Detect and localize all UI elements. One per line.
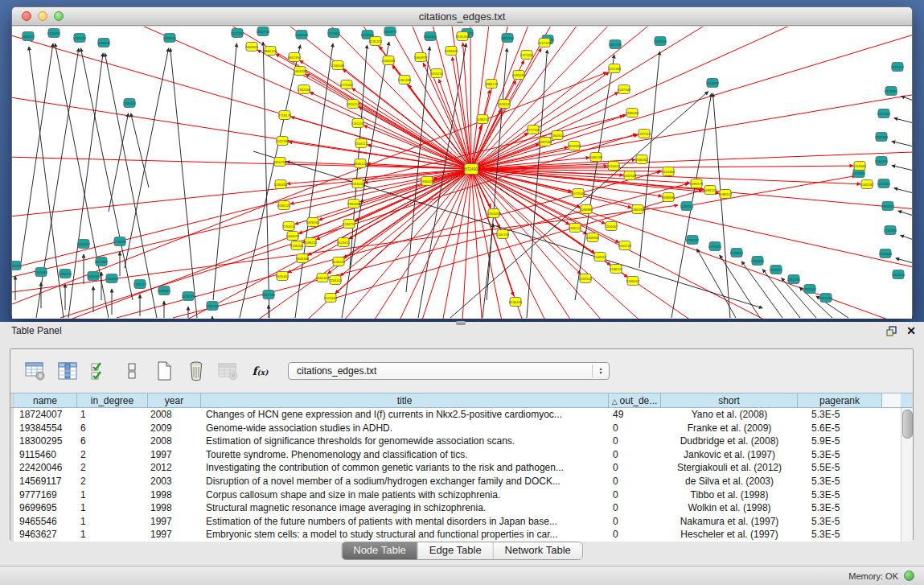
column-header-pagerank[interactable]: pagerank xyxy=(798,393,882,407)
minimize-window-button[interactable] xyxy=(38,11,47,21)
table-row[interactable]: 1938455462009Genome-wide association stu… xyxy=(10,422,913,435)
cell-short[interactable]: Stergiakouli et al. (2012) xyxy=(661,461,798,475)
cell-short[interactable]: Yano et al. (2008) xyxy=(661,408,798,422)
cell-out-de-[interactable]: 49 xyxy=(609,408,661,422)
cell-in-degree[interactable]: 1 xyxy=(77,501,148,515)
network-window-titlebar[interactable]: citations_edges.txt xyxy=(12,7,912,26)
table-row[interactable]: 2242004622012Investigating the contribut… xyxy=(10,461,913,475)
cell-in-degree[interactable]: 2 xyxy=(77,448,148,462)
cell-in-degree[interactable]: 6 xyxy=(77,435,148,448)
cell-in-degree[interactable]: 1 xyxy=(77,515,148,529)
cell-year[interactable]: 2008 xyxy=(148,408,201,422)
column-header-title[interactable]: title xyxy=(201,393,609,407)
table-selector-dropdown[interactable]: citations_edges.txt▴▾ xyxy=(288,362,610,380)
cell-title[interactable]: Estimation of the future numbers of pati… xyxy=(201,515,609,529)
table-row[interactable]: 911546021997Tourette syndrome. Phenomeno… xyxy=(10,448,913,462)
cell-short[interactable]: Hescheler et al. (1997) xyxy=(661,528,798,542)
cell-year[interactable]: 1997 xyxy=(148,528,201,542)
cell-short[interactable]: de Silva et al. (2003) xyxy=(661,475,798,488)
cell-title[interactable]: Tourette syndrome. Phenomenology and cla… xyxy=(201,448,609,462)
cell-name[interactable]: 9699695 xyxy=(14,501,77,515)
cell-in-degree[interactable]: 6 xyxy=(77,422,148,435)
table-row[interactable]: 969969511998Structural magnetic resonanc… xyxy=(10,501,913,515)
cell-out-de-[interactable]: 0 xyxy=(609,528,661,542)
cell-pagerank[interactable]: 5.3E-5 xyxy=(798,501,882,515)
table-row[interactable]: 1830029562008Estimation of significance … xyxy=(10,435,913,448)
cell-title[interactable]: Estimation of significance thresholds fo… xyxy=(201,435,609,448)
cell-title[interactable]: Corpus callosum shape and size in male p… xyxy=(201,488,609,502)
cell-short[interactable]: Franke et al. (2009) xyxy=(661,422,798,435)
show-columns-icon[interactable] xyxy=(56,360,78,382)
cell-title[interactable]: Genome-wide association studies in ADHD. xyxy=(201,422,609,435)
cell-year[interactable]: 2009 xyxy=(148,422,201,435)
table-row[interactable]: 1872400712008Changes of HCN gene express… xyxy=(10,408,913,422)
cell-name[interactable]: 9465546 xyxy=(14,515,77,529)
panel-resize-handle[interactable] xyxy=(456,321,466,325)
tab-edge-table[interactable]: Edge Table xyxy=(417,542,493,559)
cell-name[interactable]: 14569117 xyxy=(14,475,77,488)
cell-short[interactable]: Nakamura et al. (1997) xyxy=(661,515,798,529)
cell-pagerank[interactable]: 5.3E-5 xyxy=(798,515,882,529)
cell-short[interactable]: Wolkin et al. (1998) xyxy=(661,501,798,515)
cell-pagerank[interactable]: 5.3E-5 xyxy=(798,475,882,488)
cell-in-degree[interactable]: 1 xyxy=(77,488,148,502)
cell-in-degree[interactable]: 1 xyxy=(77,528,148,542)
cell-in-degree[interactable]: 1 xyxy=(77,408,148,422)
cell-out-de-[interactable]: 0 xyxy=(609,422,661,435)
cell-name[interactable]: 9115460 xyxy=(14,448,77,462)
cell-name[interactable]: 22420046 xyxy=(14,461,77,475)
memory-status-indicator[interactable] xyxy=(904,571,914,581)
column-header-name[interactable]: name xyxy=(14,393,77,407)
network-canvas[interactable]: 2405572813505410655321063528206914015273… xyxy=(12,26,912,319)
close-window-button[interactable] xyxy=(22,11,31,21)
cell-out-de-[interactable]: 0 xyxy=(609,488,661,502)
cell-year[interactable]: 2008 xyxy=(148,435,201,448)
cell-name[interactable]: 18724007 xyxy=(14,408,77,422)
new-table-icon[interactable] xyxy=(153,360,175,382)
cell-out-de-[interactable]: 0 xyxy=(609,435,661,448)
function-builder-icon[interactable]: f(x) xyxy=(249,360,271,382)
dropdown-stepper-icon[interactable]: ▴▾ xyxy=(592,365,606,377)
cell-out-de-[interactable]: 0 xyxy=(609,461,661,475)
cell-year[interactable]: 1997 xyxy=(148,448,201,462)
cell-out-de-[interactable]: 0 xyxy=(609,515,661,529)
tab-network-table[interactable]: Network Table xyxy=(493,542,582,559)
cell-title[interactable]: Investigating the contribution of common… xyxy=(201,461,609,475)
cell-year[interactable]: 2003 xyxy=(148,475,201,488)
cell-name[interactable]: 18300295 xyxy=(14,435,77,448)
cell-title[interactable]: Structural magnetic resonance image aver… xyxy=(201,501,609,515)
cell-out-de-[interactable]: 0 xyxy=(609,475,661,488)
cell-pagerank[interactable]: 5.5E-5 xyxy=(798,461,882,475)
table-row[interactable]: 946362711997Embryonic stem cells: a mode… xyxy=(10,528,913,542)
cell-short[interactable]: Dudbridge et al. (2008) xyxy=(661,435,798,448)
cell-pagerank[interactable]: 5.9E-5 xyxy=(798,435,882,448)
table-row[interactable]: 946554611997Estimation of the future num… xyxy=(10,515,913,529)
column-header-short[interactable]: short xyxy=(661,393,798,407)
cell-title[interactable]: Changes of HCN gene expression and I(f) … xyxy=(201,408,609,422)
column-header-in-degree[interactable]: in_degree xyxy=(77,393,148,407)
scrollbar-thumb[interactable] xyxy=(902,410,913,439)
cell-short[interactable]: Jankovic et al. (1997) xyxy=(661,448,798,462)
cell-year[interactable]: 1997 xyxy=(148,515,201,529)
column-header-out-de-[interactable]: △out_de... xyxy=(609,393,661,407)
tab-node-table[interactable]: Node Table xyxy=(342,542,417,559)
table-settings-icon[interactable] xyxy=(24,360,46,382)
cell-year[interactable]: 1998 xyxy=(148,501,201,515)
table-row[interactable]: 977716911998Corpus callosum shape and si… xyxy=(10,488,913,502)
cell-out-de-[interactable]: 0 xyxy=(609,501,661,515)
close-panel-icon[interactable]: ✕ xyxy=(906,325,916,336)
cell-pagerank[interactable]: 5.3E-5 xyxy=(798,408,882,422)
delete-entries-icon[interactable] xyxy=(185,360,207,382)
cell-year[interactable]: 2012 xyxy=(148,461,201,475)
select-rows-icon[interactable] xyxy=(88,360,110,382)
zoom-window-button[interactable] xyxy=(54,11,64,21)
cell-title[interactable]: Disruption of a novel member of a sodium… xyxy=(201,475,609,488)
delete-table-icon[interactable] xyxy=(217,360,239,382)
cell-name[interactable]: 19384554 xyxy=(14,422,77,435)
table-vertical-scrollbar[interactable] xyxy=(901,408,913,542)
float-panel-icon[interactable] xyxy=(886,326,897,336)
column-header-year[interactable]: year xyxy=(148,393,201,407)
stacked-rows-icon[interactable] xyxy=(121,360,142,382)
cell-name[interactable]: 9463627 xyxy=(14,528,77,542)
cell-in-degree[interactable]: 2 xyxy=(77,461,148,475)
